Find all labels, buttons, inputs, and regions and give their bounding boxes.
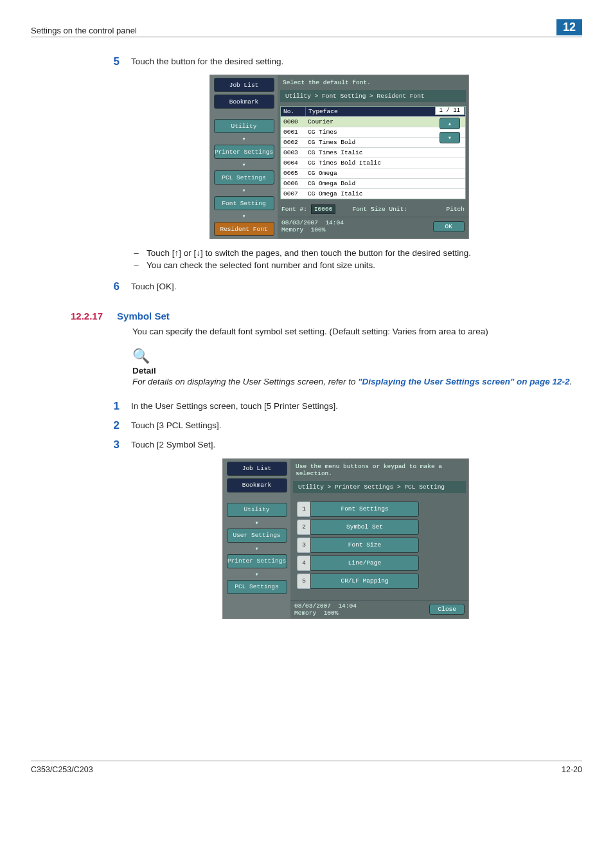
menu-crlf-mapping[interactable]: 5CR/LF Mapping bbox=[297, 574, 419, 588]
side-nav: Job List Bookmark Utility ▾ User Setting… bbox=[223, 459, 290, 619]
breadcrumb: Utility > Font Setting > Resident Font bbox=[280, 90, 466, 102]
pcl-settings-button[interactable]: PCL Settings bbox=[214, 170, 274, 185]
table-row[interactable]: 0003CG Times Italic bbox=[281, 147, 465, 158]
bookmark-tab[interactable]: Bookmark bbox=[227, 478, 287, 493]
down-arrow-icon: ▾ bbox=[252, 571, 262, 577]
resident-font-button[interactable]: Resident Font bbox=[214, 222, 274, 236]
printer-settings-button[interactable]: Printer Settings bbox=[214, 145, 274, 159]
font-panel: Job List Bookmark Utility ▾ Printer Sett… bbox=[209, 75, 469, 239]
bookmark-tab[interactable]: Bookmark bbox=[214, 95, 274, 109]
header-title: Settings on the control panel bbox=[31, 26, 137, 35]
font-setting-button[interactable]: Font Setting bbox=[214, 196, 274, 210]
page-up-button[interactable]: ▴ bbox=[440, 118, 460, 129]
col-no: No. bbox=[281, 107, 306, 116]
section-paragraph: You can specify the default font symbol … bbox=[132, 327, 582, 336]
note-body: For details on displaying the User Setti… bbox=[132, 375, 582, 388]
section-number: 12.2.17 bbox=[71, 311, 103, 321]
down-arrow-icon: ▾ bbox=[252, 545, 262, 552]
pcl-panel: Job List Bookmark Utility ▾ User Setting… bbox=[222, 458, 469, 619]
step-1-text: In the User Settings screen, touch [5 Pr… bbox=[131, 400, 582, 413]
menu-font-size[interactable]: 3Font Size bbox=[297, 538, 419, 552]
note-label: Detail bbox=[132, 366, 582, 375]
utility-button[interactable]: Utility bbox=[214, 119, 274, 133]
font-unit-value: Pitch bbox=[446, 206, 465, 213]
panel-title: Use the menu buttons or keypad to make a… bbox=[290, 459, 468, 481]
down-arrow-icon: ▾ bbox=[239, 213, 249, 219]
step-3-text: Touch [2 Symbol Set]. bbox=[131, 439, 582, 451]
down-arrow-icon: ▾ bbox=[239, 187, 249, 194]
down-arrow-icon: ▾ bbox=[252, 520, 262, 526]
font-unit-label: Font Size Unit: bbox=[352, 206, 407, 213]
ok-button[interactable]: OK bbox=[433, 221, 465, 232]
breadcrumb: Utility > Printer Settings > PCL Setting bbox=[293, 481, 466, 493]
chapter-badge: 12 bbox=[556, 19, 582, 35]
close-button[interactable]: Close bbox=[429, 604, 465, 615]
user-settings-button[interactable]: User Settings bbox=[227, 529, 287, 543]
footer-left: C353/C253/C203 bbox=[31, 765, 93, 774]
menu-font-settings[interactable]: 1Font Settings bbox=[297, 502, 419, 516]
footer-right: 12-20 bbox=[562, 765, 582, 774]
col-typeface: Typeface bbox=[306, 107, 341, 116]
step-6-number: 6 bbox=[108, 280, 120, 293]
font-no-label: Font #: bbox=[281, 206, 307, 213]
section-title: Symbol Set bbox=[117, 311, 170, 321]
utility-button[interactable]: Utility bbox=[227, 503, 287, 517]
font-no-value: I0000 bbox=[311, 204, 336, 214]
step-2-number: 2 bbox=[108, 419, 120, 432]
joblist-tab[interactable]: Job List bbox=[227, 462, 287, 476]
menu-symbol-set[interactable]: 2Symbol Set bbox=[297, 520, 419, 534]
step-5-number: 5 bbox=[108, 55, 120, 68]
step-2-text: Touch [3 PCL Settings]. bbox=[131, 419, 582, 432]
joblist-tab[interactable]: Job List bbox=[214, 78, 274, 92]
status-left: 08/03/2007 14:04 Memory 100% bbox=[281, 219, 344, 233]
menu-line-page[interactable]: 4Line/Page bbox=[297, 556, 419, 570]
magnifier-icon: 🔍 bbox=[132, 348, 582, 365]
bullet-1: Touch [↑] or [↓] to switch the pages, an… bbox=[147, 248, 471, 258]
step-5-text: Touch the button for the desired setting… bbox=[131, 55, 582, 68]
step-3-number: 3 bbox=[108, 439, 120, 451]
table-row[interactable]: 0005CG Omega bbox=[281, 168, 465, 178]
table-row[interactable]: 0007CG Omega Italic bbox=[281, 188, 465, 199]
printer-settings-button[interactable]: Printer Settings bbox=[227, 554, 287, 568]
step-1-number: 1 bbox=[108, 400, 120, 413]
bullet-list: –Touch [↑] or [↓] to switch the pages, a… bbox=[132, 248, 582, 270]
table-row[interactable]: 0006CG Omega Bold bbox=[281, 178, 465, 188]
step-6-text: Touch [OK]. bbox=[131, 280, 582, 293]
page-indicator: 1 / 11 bbox=[435, 106, 465, 115]
bullet-2: You can check the selected font number a… bbox=[147, 260, 375, 270]
page-down-button[interactable]: ▾ bbox=[440, 132, 460, 143]
status-left: 08/03/2007 14:04 Memory 100% bbox=[294, 602, 357, 617]
table-row[interactable]: 0004CG Times Bold Italic bbox=[281, 158, 465, 168]
down-arrow-icon: ▾ bbox=[239, 136, 249, 142]
side-nav: Job List Bookmark Utility ▾ Printer Sett… bbox=[210, 75, 278, 239]
panel-title: Select the default font. bbox=[278, 75, 468, 90]
down-arrow-icon: ▾ bbox=[239, 161, 249, 168]
pcl-settings-button[interactable]: PCL Settings bbox=[227, 580, 287, 594]
note-link[interactable]: "Displaying the User Settings screen" on… bbox=[358, 377, 569, 386]
